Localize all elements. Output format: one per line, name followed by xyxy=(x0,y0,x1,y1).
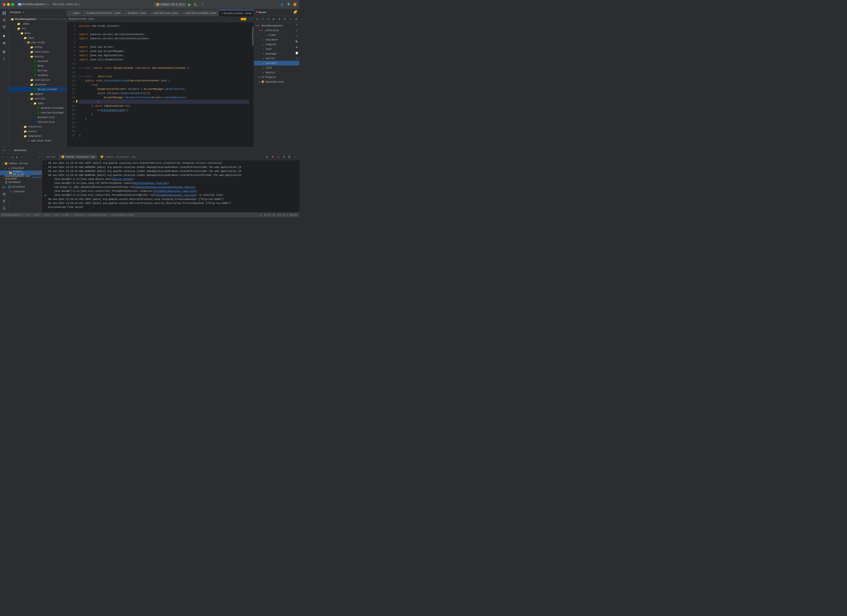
maven-add-icon[interactable]: + xyxy=(261,16,266,22)
debug-icon[interactable] xyxy=(1,40,7,46)
service-tomcat-server[interactable]: ▾ 🐱 Tomcat Server xyxy=(0,161,42,166)
tree-item-idea[interactable]: ▸ 📁 .idea xyxy=(9,22,66,26)
tree-item-static[interactable]: ▸ 📁 static xyxy=(9,129,66,134)
log-restart-icon[interactable]: ↻ xyxy=(276,155,280,159)
maven-dependencies[interactable]: ▸ 📦 Dependencies xyxy=(254,80,300,84)
maven-side-icon-6[interactable]: 👁 xyxy=(294,45,300,50)
tree-item-account[interactable]: C Account xyxy=(9,59,66,64)
log-content[interactable]: ✓ 09-Jun-2024 13:29:45.884 INFO [main] o… xyxy=(42,160,300,212)
maven-package[interactable]: ⚡ package xyxy=(254,52,300,56)
log-tab-catalina[interactable]: 🐱 Tomcat Catalina Log xyxy=(59,155,97,159)
maven-side-icon-5[interactable]: 🔍 xyxy=(294,39,300,44)
notification-badge[interactable]: 1 xyxy=(293,3,297,6)
tree-item-templates[interactable]: ▾ 📁 templates xyxy=(9,134,66,139)
maven-side-icon-2[interactable]: ⬇ xyxy=(294,22,300,28)
project-view-icon[interactable] xyxy=(1,10,7,16)
status-position[interactable]: 19:33 xyxy=(264,214,271,216)
tree-item-impl[interactable]: ▾ 📁 Impl xyxy=(9,101,66,106)
run-button[interactable]: ▶ xyxy=(188,2,192,7)
svc-add-icon[interactable]: + xyxy=(1,155,5,160)
run-config[interactable]: 🐱 Tomcat 10.1.23 ▾ xyxy=(154,3,186,7)
terminal-icon[interactable] xyxy=(1,184,7,191)
tree-item-resources[interactable]: ▸ 📁 resources xyxy=(9,124,66,129)
svc-settings-icon[interactable]: ⚙ xyxy=(10,155,15,160)
maven-side-icon-7[interactable]: 📄 xyxy=(294,50,300,56)
tree-item-borrow[interactable]: C Borrow xyxy=(9,68,66,73)
tab-student[interactable]: ☕ Student.java xyxy=(123,10,149,16)
service-finished[interactable]: ▾ ⊙ Finished xyxy=(0,166,42,170)
project-name[interactable]: BM BookManagement ▾ xyxy=(18,3,49,6)
maximize-button[interactable] xyxy=(11,3,14,6)
todo-icon[interactable] xyxy=(1,49,7,55)
tab-userservice[interactable]: ☕ UserService.java xyxy=(149,10,181,16)
editor-scrollbar-thumb[interactable] xyxy=(252,27,254,45)
event-log-icon[interactable] xyxy=(1,198,7,204)
svc-expand-icon[interactable]: + xyxy=(37,155,41,160)
tree-item-mysqllistener[interactable]: C MysqlListener xyxy=(9,87,66,92)
notifications-icon[interactable] xyxy=(1,205,7,211)
tab-student-controller[interactable]: ☕ StudentController.java xyxy=(82,10,123,16)
log-suspend-icon[interactable]: ⏸ xyxy=(282,155,286,159)
tree-item-mapper[interactable]: ▸ 📁 mapper xyxy=(9,92,66,96)
services-expand-icon[interactable]: ⤢ xyxy=(2,148,7,153)
svc-run-icon[interactable]: ▶ xyxy=(15,155,19,160)
tree-item-initialize[interactable]: ▸ 📁 initialize xyxy=(9,78,66,82)
tree-item-addbook[interactable]: </> add-book.html xyxy=(9,139,66,143)
tree-item-bookservice[interactable]: I BookService xyxy=(9,115,66,120)
maven-validate[interactable]: ⚡ validate xyxy=(254,37,300,42)
service-bm-war[interactable]: ✓ BookManagement:war exploded [Synchroni… xyxy=(0,175,42,180)
minimize-button[interactable] xyxy=(7,3,10,6)
maven-side-icon-4[interactable]: ✎ xyxy=(294,34,300,39)
maven-clean[interactable]: ⚡ clean xyxy=(254,33,300,37)
maven-plugins[interactable]: ▸ 🔌 Plugins xyxy=(254,75,300,80)
status-lf[interactable]: LF xyxy=(273,214,276,216)
maven-toggle-icon[interactable]: ≡ xyxy=(277,16,282,22)
maven-notification-icon[interactable]: 🔔 1 xyxy=(292,10,297,15)
log-tab-server[interactable]: Server xyxy=(44,155,58,159)
tree-item-src[interactable]: ▾ 📁 src xyxy=(9,26,66,31)
search-button[interactable]: 🔍 xyxy=(286,1,292,7)
maven-skip-test-icon[interactable]: ⊘ xyxy=(282,16,288,22)
close-button[interactable] xyxy=(3,3,6,6)
project-tree[interactable]: ▾ 📁 BookManagement ~/Desktop/Projects/Bo… xyxy=(9,16,66,147)
log-clear-icon[interactable]: 🗑 xyxy=(287,155,292,159)
more-icon[interactable] xyxy=(1,56,7,62)
maven-side-icon-8[interactable]: ↩ xyxy=(294,56,300,61)
profile-button[interactable]: 👤 xyxy=(279,1,285,7)
maven-side-icon-3[interactable]: ≡ xyxy=(294,28,300,33)
log-run-icon[interactable]: ▶ xyxy=(265,155,269,159)
editor-scrollbar[interactable] xyxy=(252,22,254,147)
tree-item-bookmanagement[interactable]: ▾ 📁 BookManagement ~/Desktop/Projects/Bo… xyxy=(9,17,66,22)
maven-refresh-icon[interactable]: ↻ xyxy=(255,16,260,22)
tree-item-userserviceimpl-tree[interactable]: C UserServiceImpl xyxy=(9,110,66,115)
maven-run-icon[interactable]: ▶ xyxy=(272,16,277,22)
tree-item-service[interactable]: ▾ 📁 service xyxy=(9,96,66,101)
svc-more-icon[interactable]: ⋯ xyxy=(20,155,24,160)
maven-test[interactable]: ⚡ test xyxy=(254,47,300,52)
maven-download-icon[interactable]: ⬇ xyxy=(266,16,271,22)
tree-item-book[interactable]: C Book xyxy=(9,64,66,68)
find-icon[interactable] xyxy=(1,17,7,24)
maven-verify[interactable]: ⚡ verify xyxy=(254,56,300,61)
version-control[interactable]: Version control ▾ xyxy=(53,3,80,6)
svc-remove-icon[interactable]: − xyxy=(6,155,10,160)
tree-item-main[interactable]: ▾ 📁 main xyxy=(9,31,66,35)
tree-item-controller[interactable]: ▸ 📁 controller xyxy=(9,50,66,54)
maven-side-icon-1[interactable]: ⬆ xyxy=(294,17,300,22)
services-close-icon[interactable]: ✕ xyxy=(8,148,13,153)
tree-item-java[interactable]: ▾ 📁 java xyxy=(9,35,66,40)
maven-lifecycle[interactable]: ▾ ⚙ Lifecycle xyxy=(254,28,300,33)
status-indent[interactable]: 4 spaces xyxy=(286,214,297,216)
status-encoding[interactable]: UTF-8 xyxy=(277,214,284,216)
maven-more-icon[interactable]: ⋮ xyxy=(288,16,293,22)
log-stop-icon[interactable]: ■ xyxy=(270,155,275,159)
maven-site[interactable]: ⚡ site xyxy=(254,65,300,70)
vcs-icon[interactable] xyxy=(1,24,7,30)
tab-java[interactable]: ☕ .java xyxy=(67,10,82,16)
code-content[interactable]: package com.study.listener; import jakar… xyxy=(76,22,252,147)
tree-item-userservice-tree[interactable]: I UserService xyxy=(9,120,66,124)
tab-mysqllistener[interactable]: ☕ MysqlListener.java ✕ xyxy=(219,10,254,16)
maven-project[interactable]: ▾ M BookManagement xyxy=(254,24,300,28)
coverage-button[interactable]: ⚡ xyxy=(200,1,205,7)
python-console-icon[interactable] xyxy=(1,191,7,197)
